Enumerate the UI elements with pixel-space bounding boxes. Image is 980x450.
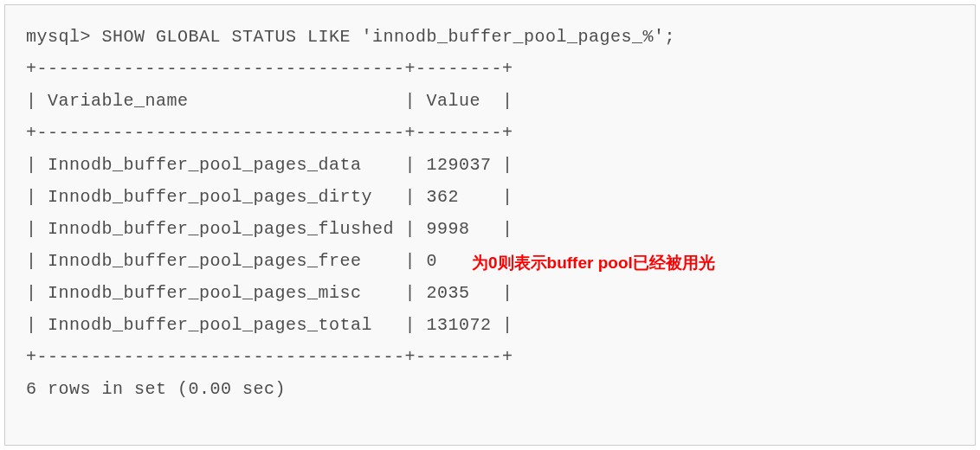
command-line: mysql> SHOW GLOBAL STATUS LIKE 'innodb_b… <box>26 21 954 53</box>
table-row-text: | Innodb_buffer_pool_pages_dirty | 362 | <box>26 181 954 213</box>
table-row: | Innodb_buffer_pool_pages_dirty | 362 | <box>26 181 954 213</box>
table-row: | Innodb_buffer_pool_pages_misc | 2035 | <box>26 277 954 309</box>
table-separator-mid: +----------------------------------+----… <box>26 117 954 149</box>
sql-command: SHOW GLOBAL STATUS LIKE 'innodb_buffer_p… <box>102 27 676 47</box>
table-row-text: | Innodb_buffer_pool_pages_total | 13107… <box>26 309 954 341</box>
table-row-text: | Innodb_buffer_pool_pages_flushed | 999… <box>26 213 954 245</box>
table-row: | Innodb_buffer_pool_pages_free | 0 为0则表… <box>26 245 954 277</box>
annotation-text: 为0则表示buffer pool已经被用光 <box>472 248 715 278</box>
table-row: | Innodb_buffer_pool_pages_data | 129037… <box>26 149 954 181</box>
terminal-output: mysql> SHOW GLOBAL STATUS LIKE 'innodb_b… <box>4 4 976 446</box>
table-separator-bottom: +----------------------------------+----… <box>26 341 954 373</box>
table-row: | Innodb_buffer_pool_pages_total | 13107… <box>26 309 954 341</box>
table-separator-top: +----------------------------------+----… <box>26 53 954 85</box>
table-row-text: | Innodb_buffer_pool_pages_data | 129037… <box>26 149 954 181</box>
table-row: | Innodb_buffer_pool_pages_flushed | 999… <box>26 213 954 245</box>
table-header: | Variable_name | Value | <box>26 85 954 117</box>
prompt: mysql> <box>26 27 102 47</box>
table-row-text: | Innodb_buffer_pool_pages_misc | 2035 | <box>26 277 954 309</box>
result-footer: 6 rows in set (0.00 sec) <box>26 373 954 405</box>
